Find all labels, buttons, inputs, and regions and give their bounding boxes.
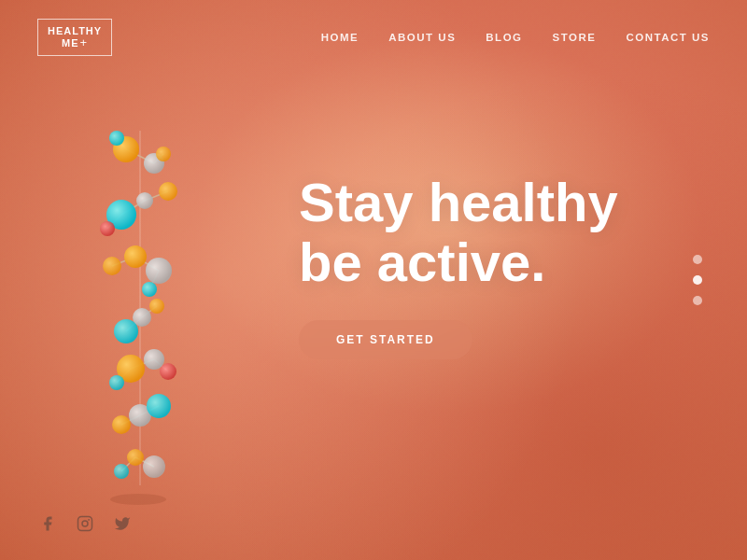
svg-point-44 (110, 494, 166, 505)
svg-point-7 (156, 147, 171, 161)
svg-point-14 (100, 221, 115, 236)
svg-point-26 (149, 299, 164, 314)
svg-point-43 (114, 464, 129, 479)
twitter-icon[interactable] (112, 513, 133, 534)
logo[interactable]: HEALTHY ME+ (37, 19, 112, 56)
svg-point-6 (109, 131, 124, 146)
facebook-icon[interactable] (37, 513, 58, 534)
hero-section: Stay healthy be active. GET STARTED (299, 173, 618, 359)
nav-item-contact-us[interactable]: CONTACT US (626, 32, 710, 43)
svg-point-33 (160, 363, 176, 380)
logo-line2: ME+ (62, 36, 88, 49)
dna-illustration (75, 93, 205, 513)
svg-point-41 (127, 449, 144, 466)
logo-line1: HEALTHY (48, 25, 102, 36)
svg-point-11 (136, 192, 153, 209)
page-wrapper: HEALTHY ME+ HOME ABOUT US BLOG STORE CON… (0, 0, 747, 560)
svg-point-13 (159, 182, 177, 201)
nav-item-blog[interactable]: BLOG (486, 32, 522, 43)
nav-item-home[interactable]: HOME (321, 32, 359, 43)
page-dots (693, 255, 702, 305)
get-started-button[interactable]: GET STARTED (299, 320, 472, 359)
svg-point-47 (88, 519, 90, 521)
svg-point-42 (143, 455, 165, 478)
svg-point-20 (142, 282, 157, 297)
svg-point-37 (112, 415, 131, 434)
main-nav: HOME ABOUT US BLOG STORE CONTACT US (321, 32, 710, 43)
svg-point-31 (144, 349, 164, 370)
svg-point-38 (147, 394, 171, 418)
svg-rect-45 (78, 517, 92, 531)
svg-point-25 (114, 319, 138, 343)
dot-3[interactable] (693, 296, 702, 305)
svg-point-18 (124, 245, 147, 268)
social-bar (37, 513, 133, 534)
dot-2[interactable] (693, 275, 702, 285)
hero-title: Stay healthy be active. (299, 173, 618, 292)
svg-point-32 (109, 375, 124, 390)
nav-item-about-us[interactable]: ABOUT US (388, 32, 456, 43)
nav-item-store[interactable]: STORE (553, 32, 597, 43)
svg-point-19 (146, 258, 172, 284)
instagram-icon[interactable] (75, 513, 95, 534)
svg-point-21 (103, 257, 121, 275)
header: HEALTHY ME+ HOME ABOUT US BLOG STORE CON… (0, 0, 747, 75)
svg-point-46 (82, 521, 88, 526)
dot-1[interactable] (693, 255, 702, 264)
